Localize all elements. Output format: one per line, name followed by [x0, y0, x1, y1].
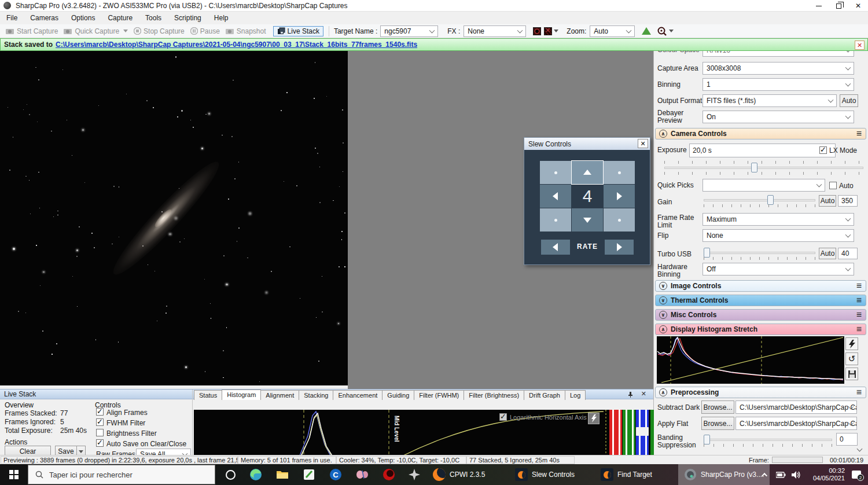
gain-slider-thumb[interactable] — [767, 195, 774, 205]
pause-button[interactable]: Pause — [190, 27, 220, 35]
stack-histogram[interactable]: Mid Level White Level Logarithmic Horizo… — [194, 410, 654, 455]
auto-save-checkbox[interactable] — [96, 439, 104, 447]
auto-stretch-button[interactable] — [845, 337, 858, 350]
collapse-chevron-icon[interactable]: ∧ — [659, 130, 667, 138]
tab-filter-fwhm[interactable]: Filter (FWHM) — [414, 390, 464, 400]
histogram-icon[interactable] — [642, 27, 651, 35]
slew-right-button[interactable] — [604, 185, 635, 208]
section-menu-icon[interactable]: ≡ — [856, 324, 862, 335]
tray-expand-button[interactable] — [758, 464, 772, 485]
chevron-down-icon[interactable] — [554, 30, 558, 32]
tray-volume-button[interactable] — [788, 464, 803, 485]
expand-chevron-icon[interactable]: ∨ — [659, 296, 667, 304]
tab-guiding[interactable]: Guiding — [382, 390, 414, 400]
section-menu-icon[interactable]: ≡ — [856, 387, 862, 398]
gain-value[interactable]: 350 — [838, 195, 858, 207]
colour-space-combo[interactable]: RAW16 — [703, 51, 854, 57]
image-controls-header[interactable]: ∨Image Controls≡ — [655, 280, 866, 292]
red-app-button[interactable] — [378, 464, 399, 485]
scroll-down-icon[interactable] — [857, 446, 863, 452]
quick-picks-auto-checkbox[interactable] — [829, 182, 837, 189]
slew-up-left-button[interactable] — [540, 161, 571, 184]
tab-log[interactable]: Log — [565, 390, 586, 400]
star-app-button[interactable] — [404, 464, 425, 485]
turbo-usb-slider-thumb[interactable] — [704, 248, 710, 258]
snapshot-button[interactable]: Snapshot — [226, 27, 266, 35]
preprocessing-header[interactable]: ∧Preprocessing≡ — [655, 387, 866, 398]
thermal-controls-header[interactable]: ∨Thermal Controls≡ — [655, 295, 866, 306]
section-menu-icon[interactable]: ≡ — [856, 281, 862, 291]
tray-clock[interactable]: 00:32 04/05/2021 — [813, 464, 845, 485]
close-button[interactable]: ✕ — [848, 0, 868, 12]
rate-increase-button[interactable] — [605, 240, 634, 255]
banding-slider-thumb[interactable] — [704, 435, 710, 444]
display-histogram[interactable] — [657, 336, 844, 384]
reticle-icon[interactable] — [657, 27, 667, 36]
expand-chevron-icon[interactable]: ∨ — [659, 282, 667, 290]
taskbar-app-cpwi[interactable]: CPWI 2.3.5 — [427, 464, 491, 485]
output-format-combo[interactable]: FITS files (*.fits) — [703, 94, 837, 107]
file-explorer-button[interactable] — [272, 464, 293, 485]
apply-flat-browse-button[interactable]: Browse... — [701, 417, 734, 430]
pin-icon[interactable] — [627, 391, 634, 398]
taskbar-app-sharpcap[interactable]: SharpCap Pro (v3.... — [678, 464, 770, 485]
rate-decrease-button[interactable] — [541, 240, 570, 255]
tab-enhancement[interactable]: Enhancement — [333, 390, 382, 400]
banding-slider[interactable] — [704, 439, 832, 441]
tray-battery-button[interactable] — [773, 464, 788, 485]
turbo-usb-auto-button[interactable]: Auto — [819, 248, 836, 259]
slew-close-icon[interactable]: ✕ — [638, 139, 648, 148]
cortana-button[interactable] — [220, 464, 241, 485]
exposure-slider-thumb[interactable] — [751, 163, 757, 172]
camera-controls-header[interactable]: ∧ Camera Controls ≡ — [655, 128, 866, 139]
log-axis-checkbox[interactable] — [499, 413, 507, 421]
edge-button[interactable] — [245, 464, 266, 485]
turbo-usb-slider[interactable] — [704, 252, 815, 254]
taskbar-app-slew-controls[interactable]: Slew Controls — [509, 464, 580, 485]
tab-alignment[interactable]: Alignment — [260, 390, 299, 400]
flip-combo[interactable]: None — [703, 229, 854, 242]
display-histogram-stretch-header[interactable]: ∧Display Histogram Stretch≡ — [655, 324, 866, 335]
collapse-chevron-icon[interactable]: ∧ — [659, 388, 667, 396]
capture-area-combo[interactable]: 3008x3008 — [703, 62, 854, 75]
auto-stretch-button[interactable] — [588, 413, 599, 424]
start-capture-button[interactable]: Start Capture — [6, 27, 58, 35]
selection-area-icon[interactable] — [533, 27, 541, 35]
exposure-input[interactable]: 20,0 s — [689, 144, 836, 157]
slew-dialog-titlebar[interactable]: Slew Controls ✕ — [524, 138, 650, 150]
exposure-slider[interactable] — [664, 167, 863, 169]
collapse-chevron-icon[interactable]: ∧ — [659, 325, 667, 333]
menu-help[interactable]: Help — [208, 12, 235, 24]
live-stack-button[interactable]: Live Stack — [273, 26, 323, 36]
stop-capture-button[interactable]: Stop Capture — [134, 27, 185, 35]
menu-file[interactable]: File — [0, 12, 24, 24]
slew-down-left-button[interactable] — [540, 208, 571, 232]
tab-histogram[interactable]: Histogram — [222, 390, 261, 400]
zoom-combo[interactable]: Auto — [590, 25, 635, 37]
taskbar-search[interactable]: Taper ici pour rechercher — [28, 465, 215, 484]
binning-combo[interactable]: 1 — [703, 78, 854, 91]
action-center-button[interactable]: 2 — [848, 464, 865, 485]
clear-selection-icon[interactable] — [544, 27, 552, 35]
debayer-preview-combo[interactable]: On — [703, 111, 854, 123]
quick-capture-button[interactable]: Quick Capture — [64, 27, 128, 35]
menu-cameras[interactable]: Cameras — [24, 12, 65, 24]
tab-stacking[interactable]: Stacking — [299, 390, 333, 400]
fx-combo[interactable]: None — [464, 25, 526, 37]
section-menu-icon[interactable]: ≡ — [856, 295, 862, 306]
subtract-dark-combo[interactable]: C:\Users\marcb\Desktop\SharpCap Capt... — [735, 401, 857, 414]
panel-close-icon[interactable]: ✕ — [641, 390, 646, 398]
copyright-app-button[interactable]: C — [325, 464, 346, 485]
section-menu-icon[interactable]: ≡ — [856, 310, 862, 320]
gain-auto-button[interactable]: Auto — [819, 195, 836, 207]
menu-tools[interactable]: Tools — [139, 12, 168, 24]
fwhm-filter-checkbox[interactable] — [96, 418, 104, 426]
misc-controls-header[interactable]: ∨Misc Controls≡ — [655, 309, 866, 321]
brightness-filter-checkbox[interactable] — [96, 429, 104, 436]
banding-value[interactable]: 0 — [836, 433, 858, 446]
apply-flat-combo[interactable]: C:\Users\marcb\Desktop\SharpCap Capt... — [735, 417, 857, 430]
tab-filter-brightness[interactable]: Filter (Brightness) — [464, 390, 524, 400]
restore-button[interactable] — [829, 0, 848, 12]
slew-left-button[interactable] — [540, 185, 571, 208]
menu-options[interactable]: Options — [65, 12, 101, 24]
